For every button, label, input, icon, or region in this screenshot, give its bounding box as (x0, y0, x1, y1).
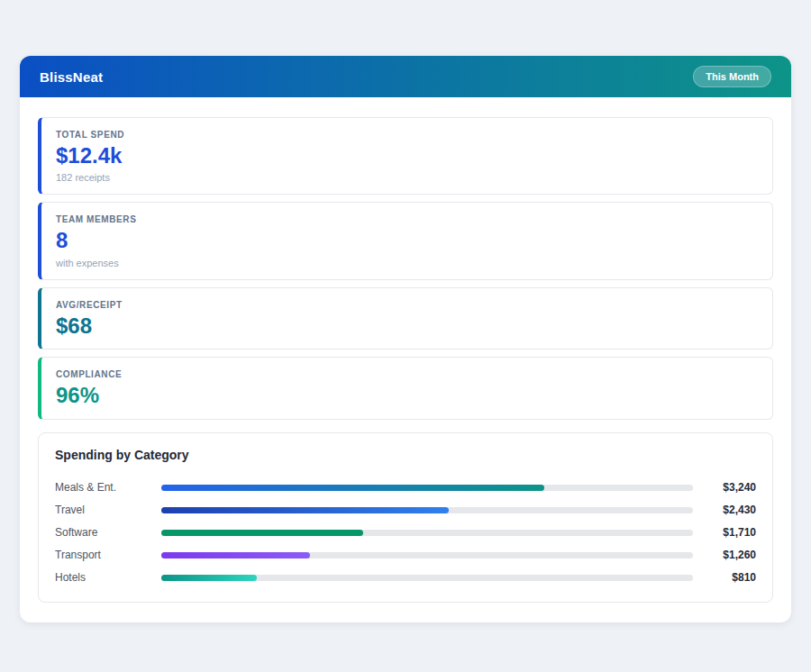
category-label: Hotels (55, 571, 161, 584)
chart-title: Spending by Category (55, 448, 756, 462)
app-title: BlissNeat (40, 69, 103, 85)
stat-label: COMPLIANCE (56, 369, 758, 379)
bar-fill (161, 507, 449, 513)
app-header: BlissNeat This Month (20, 56, 791, 97)
category-value: $1,710 (700, 526, 756, 539)
category-row-hotels: Hotels $810 (55, 567, 756, 589)
category-value: $3,240 (700, 481, 756, 494)
category-label: Software (55, 526, 161, 539)
bar-fill (161, 575, 257, 581)
category-label: Travel (55, 504, 161, 516)
bar-track (161, 575, 693, 581)
bar-track (161, 530, 693, 536)
stat-value: 96% (56, 384, 758, 407)
category-value: $2,430 (700, 504, 756, 516)
bar-track (161, 552, 693, 558)
category-row-travel: Travel $2,430 (55, 499, 756, 522)
stat-subtext: with expenses (56, 258, 758, 268)
stat-label: AVG/RECEIPT (56, 300, 758, 310)
category-row-meals: Meals & Ent. $3,240 (55, 477, 756, 499)
spending-by-category-chart: Spending by Category Meals & Ent. $3,240… (38, 432, 773, 603)
dashboard-card: BlissNeat This Month TOTAL SPEND $12.4k … (20, 56, 791, 622)
category-label: Meals & Ent. (55, 481, 161, 494)
stat-card-compliance: COMPLIANCE 96% (38, 357, 773, 419)
stat-card-total-spend: TOTAL SPEND $12.4k 182 receipts (38, 117, 773, 195)
bar-track (161, 507, 693, 513)
bar-fill (161, 552, 310, 558)
stat-value: $68 (56, 314, 758, 338)
category-value: $1,260 (700, 549, 756, 561)
stat-card-avg-receipt: AVG/RECEIPT $68 (38, 287, 773, 350)
stat-label: TEAM MEMBERS (56, 214, 758, 224)
category-label: Transport (55, 549, 161, 561)
bar-fill (161, 530, 363, 536)
category-row-software: Software $1,710 (55, 522, 756, 544)
stat-subtext: 182 receipts (56, 172, 758, 183)
stat-label: TOTAL SPEND (56, 130, 758, 140)
category-value: $810 (700, 571, 756, 584)
bar-track (161, 485, 693, 491)
stat-value: 8 (56, 229, 758, 252)
period-badge[interactable]: This Month (693, 66, 771, 87)
bar-fill (161, 485, 544, 491)
stat-value: $12.4k (56, 144, 758, 168)
dashboard-body: TOTAL SPEND $12.4k 182 receipts TEAM MEM… (20, 97, 791, 622)
category-row-transport: Transport $1,260 (55, 544, 756, 567)
stat-card-team-members: TEAM MEMBERS 8 with expenses (38, 202, 773, 279)
